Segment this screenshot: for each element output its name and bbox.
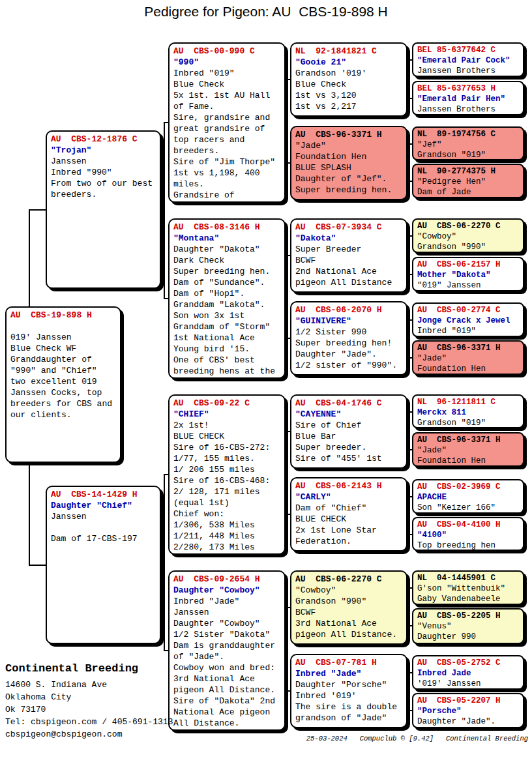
ring-number: AU CBS-06-2270 C: [417, 221, 519, 231]
pigeon-name: "Jef": [417, 140, 519, 150]
pigeon-notes: Foundation Hen: [417, 364, 519, 374]
pigeon-notes: "019" Janssen: [417, 280, 519, 291]
connector-line: [287, 255, 288, 339]
pigeon-box-granddam-cowboy-daughter: AU CBS-09-2654 H Daughter "Cowboy" Inbre…: [168, 570, 286, 731]
pigeon-notes: Daughter "Jade".: [417, 716, 519, 727]
ring-number: NL 04-1445901 C: [417, 573, 519, 583]
pigeon-notes: 2x 1st! BLUE CHECK Sire of 16-CBS-272: 1…: [173, 420, 280, 553]
connector-line: [164, 474, 165, 651]
pigeon-name: "4100": [417, 530, 519, 540]
connector-line: [287, 514, 291, 515]
connector-line: [164, 474, 170, 475]
connector-line: [287, 79, 291, 80]
pigeon-box-wittenbuik: NL 04-1445901 C G'son "Wittenbuik" Gaby …: [412, 570, 524, 605]
pigeon-box-venus: AU CBS-05-2205 H "Venus" Daughter 990: [412, 608, 524, 644]
ring-number: AU CBS-04-4100 H: [417, 520, 519, 530]
pigeon-name: "GUINIVERE": [295, 316, 402, 327]
pigeon-notes: Inbred "Jade" Janssen Daughter "Cowboy" …: [173, 596, 280, 729]
ring-number: AU CBS-02-3969 C: [417, 482, 519, 492]
ring-number: NL 96-1211811 C: [417, 397, 519, 407]
connector-line: [409, 357, 413, 359]
connector-line: [409, 181, 413, 182]
connector-line: [287, 431, 288, 515]
ring-number: AU CBS-09-2654 H: [173, 574, 280, 585]
pigeon-name: "Porsche": [417, 706, 519, 716]
ring-number: AU CBS-07-781 H: [295, 657, 402, 668]
pigeon-name: "Pedigree Hen": [417, 177, 519, 187]
connector-line: [409, 319, 410, 359]
pigeon-box-emerald-hen: BEL 85-6377653 H "Emerald Pair Hen" Jans…: [412, 81, 524, 115]
connector-line: [287, 338, 291, 339]
connector-line: [406, 79, 409, 80]
pigeon-box-cowboy-2: AU CBS-06-2270 C "Cowboy" Grandson "990": [412, 218, 524, 253]
pigeon-name: Jonge Crack x Jewel: [417, 316, 519, 326]
connector-line: [409, 319, 413, 321]
pigeon-name: Inbred "Jade": [295, 668, 402, 679]
ring-number: AU CBS-09-22 C: [173, 398, 280, 409]
connector-line: [409, 449, 413, 450]
pigeon-box-emerald-cock: BEL 85-6377642 C "Emerald Pair Cock" Jan…: [412, 42, 524, 77]
ring-number: BEL 85-6377653 H: [417, 83, 519, 94]
pigeon-box-grandsire-990: AU CBS-00-990 C "990" Inbred "019" Blue …: [168, 42, 286, 203]
pigeon-notes: 019' Janssen Blue Check WF Granddaughter…: [10, 321, 116, 420]
connector-line: [164, 122, 170, 123]
pigeon-notes: Dam of "Chief" BLUE CHECK 2x 1st Lone St…: [295, 503, 402, 547]
pedigree-page: Pedigree for Pigeon: AU CBS-19-898 H AU …: [0, 0, 532, 764]
ring-number: AU CBS-19-898 H: [10, 310, 116, 321]
connector-line: [164, 298, 170, 299]
connector-line: [409, 98, 413, 99]
pigeon-notes: Grandson "019": [417, 418, 519, 428]
pigeon-box-jonge-crack: AU CBS-00-2774 C Jonge Crack x Jewel Inb…: [412, 302, 524, 337]
pigeon-name: "Trojan": [51, 145, 156, 156]
pigeon-box-cowboy: AU CBS-06-2270 C "Cowboy" Grandson "990"…: [290, 570, 407, 645]
ring-number: AU CBS-06-2143 H: [295, 480, 402, 492]
pigeon-name: "Jade": [417, 445, 519, 456]
ring-number: AU CBS-00-2774 C: [417, 305, 519, 316]
pigeon-box-jade: AU CBS-96-3371 H "Jade" Foundation Hen B…: [290, 126, 407, 200]
connector-line: [284, 650, 288, 651]
ring-number: AU CBS-96-3371 H: [417, 435, 519, 445]
ring-number: AU CBS-04-1746 C: [295, 398, 402, 409]
pigeon-name: "Gooie 21": [295, 57, 402, 68]
ring-number: AU CBS-05-2752 C: [417, 658, 519, 668]
connector-line: [287, 431, 291, 432]
pigeon-box-carly: AU CBS-06-2143 H "CARLY" Dam of "Chief" …: [290, 477, 407, 551]
pigeon-notes: Inbred "019" Blue Check 5x 1st. 1st AU H…: [173, 68, 280, 201]
pigeon-notes: Grandson "019": [417, 150, 519, 160]
pigeon-notes: Janssen Brothers: [417, 66, 519, 76]
connector-line: [287, 690, 291, 692]
connector-line: [287, 79, 288, 164]
pigeon-name: Daughter "Cowboy": [173, 585, 280, 596]
pigeon-box-gooie21: NL 92-1841821 C "Gooie 21" Grandson '019…: [290, 42, 407, 117]
pigeon-notes: Dam of Jade: [417, 187, 519, 198]
connector-line: [287, 255, 291, 256]
pigeon-notes: Grandson "990": [417, 242, 519, 252]
pigeon-box-4100: AU CBS-04-4100 H "4100" Top breeding hen: [412, 517, 524, 551]
connector-line: [406, 690, 409, 692]
connector-line: [406, 514, 409, 515]
pigeon-notes: Inbred "019": [417, 326, 519, 336]
ring-number: AU CBS-05-2207 H: [417, 696, 519, 706]
pigeon-notes: Janssen Inbred "990" From two of our bes…: [51, 156, 156, 200]
ring-number: AU CBS-12-1876 C: [51, 134, 156, 145]
pigeon-notes: Gaby Vandenabeele: [417, 594, 519, 604]
breeder-name: Continental Breeding: [5, 662, 138, 675]
pigeon-name: G'son "Wittenbuik": [417, 583, 519, 594]
ring-number: NL 90-2774375 H: [417, 166, 519, 177]
pigeon-name: "Montana": [173, 233, 280, 244]
pigeon-box-pedigree-hen: NL 90-2774375 H "Pedigree Hen" Dam of Ja…: [412, 164, 524, 198]
ring-number: AU CBS-08-3146 H: [173, 222, 280, 233]
pigeon-name: "Cowboy": [417, 231, 519, 242]
pigeon-name: Inbred Jade: [417, 668, 519, 679]
pigeon-box-subject: AU CBS-19-898 H 019' Janssen Blue Check …: [5, 306, 121, 463]
pigeon-box-cayenne: AU CBS-04-1746 C "CAYENNE" Sire of Chief…: [290, 394, 407, 469]
pigeon-box-apache: AU CBS-02-3969 C APACHE Son "Keizer 166": [412, 479, 524, 514]
connector-line: [406, 162, 409, 164]
pigeon-box-jade-2: AU CBS-96-3371 H "Jade" Foundation Hen: [412, 340, 524, 375]
connector-line: [284, 474, 288, 475]
pigeon-box-inbred-jade: AU CBS-07-781 H Inbred "Jade" Daughter "…: [290, 654, 407, 728]
ring-number: AU CBS-05-2205 H: [417, 611, 519, 621]
ring-number: AU CBS-96-3371 H: [295, 129, 402, 140]
connector-line: [287, 162, 291, 164]
connector-line: [409, 496, 413, 497]
